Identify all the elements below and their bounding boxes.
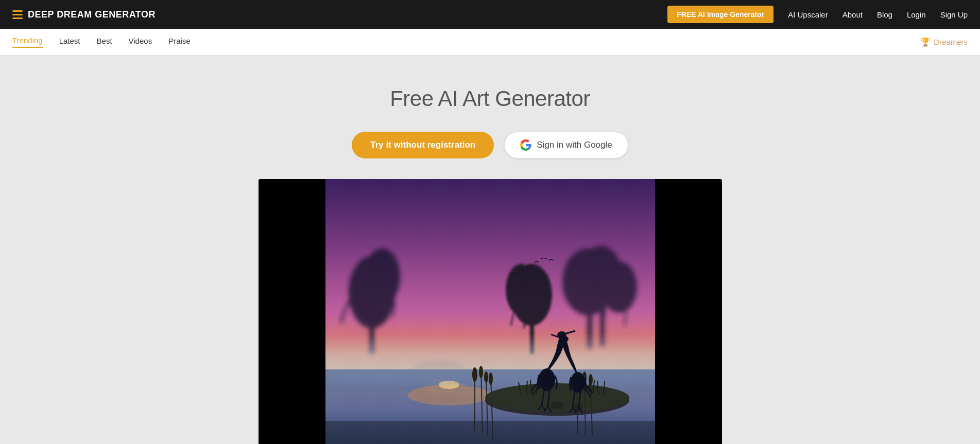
svg-point-57 [560, 336, 569, 342]
signup-link[interactable]: Sign Up [940, 10, 968, 19]
blog-link[interactable]: Blog [877, 10, 892, 19]
latest-tab[interactable]: Latest [59, 37, 80, 47]
ai-upscaler-link[interactable]: AI Upscaler [788, 10, 828, 19]
svg-point-17 [506, 264, 537, 315]
top-nav-right: FREE AI Image Generator AI Upscaler Abou… [667, 6, 968, 23]
dreamers-label: Dreamers [934, 38, 968, 46]
svg-rect-1 [655, 179, 722, 444]
hero-buttons: Try it without registration Sign in with… [12, 132, 968, 158]
svg-point-32 [489, 372, 493, 385]
free-generator-button[interactable]: FREE AI Image Generator [667, 6, 773, 23]
hero-artwork [259, 179, 722, 444]
secondary-navigation: Trending Latest Best Videos Praise 🏆 Dre… [0, 29, 980, 56]
svg-point-26 [472, 367, 477, 382]
featured-image-wrapper [259, 179, 722, 444]
hamburger-icon[interactable] [12, 10, 23, 19]
videos-tab[interactable]: Videos [129, 37, 152, 47]
dreamers-link[interactable]: 🏆 Dreamers [920, 37, 968, 47]
svg-point-13 [601, 261, 637, 313]
best-tab[interactable]: Best [97, 37, 112, 47]
sec-nav-items: Trending Latest Best Videos Praise [12, 36, 191, 48]
top-navigation: DEEP DREAM GENERATOR FREE AI Image Gener… [0, 0, 980, 29]
praise-tab[interactable]: Praise [168, 37, 191, 47]
svg-point-69 [573, 404, 583, 412]
google-btn-label: Sign in with Google [537, 140, 612, 150]
hero-section: Free AI Art Generator Try it without reg… [0, 56, 980, 444]
svg-point-28 [479, 366, 483, 378]
svg-point-68 [551, 401, 563, 410]
google-icon [520, 139, 531, 151]
svg-rect-0 [259, 179, 325, 444]
svg-rect-70 [325, 421, 655, 444]
login-link[interactable]: Login [907, 10, 926, 19]
trending-tab[interactable]: Trending [12, 36, 43, 48]
hero-title: Free AI Art Generator [12, 86, 968, 111]
featured-image-container [259, 179, 722, 444]
sign-in-with-google-button[interactable]: Sign in with Google [504, 132, 628, 158]
about-link[interactable]: About [843, 10, 863, 19]
brand-logo[interactable]: DEEP DREAM GENERATOR [12, 9, 156, 20]
trophy-icon: 🏆 [920, 37, 931, 47]
try-without-registration-button[interactable]: Try it without registration [352, 132, 494, 158]
svg-point-30 [484, 371, 488, 383]
svg-point-56 [571, 372, 585, 393]
brand-title: DEEP DREAM GENERATOR [28, 9, 156, 20]
svg-point-6 [364, 248, 400, 305]
